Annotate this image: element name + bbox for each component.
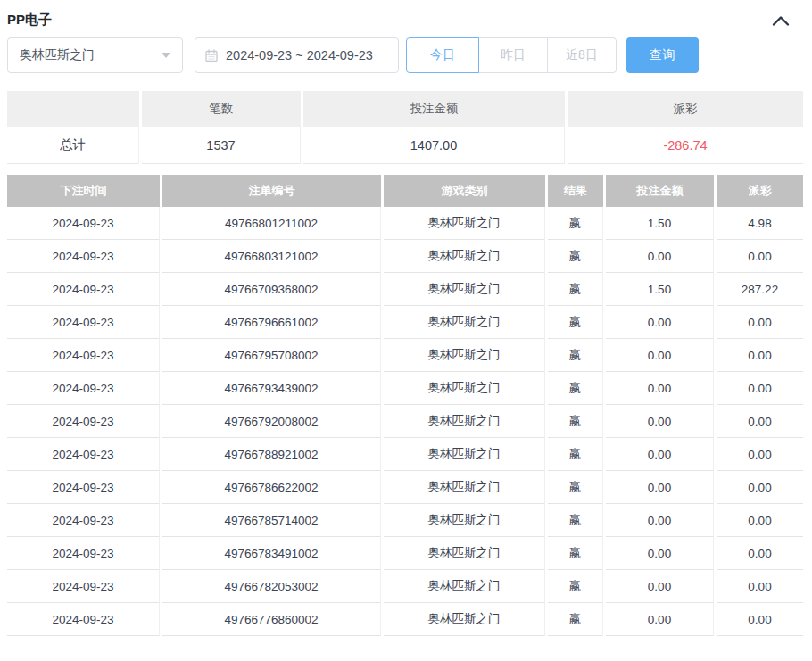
table-row: 2024-09-2349766796661002奥林匹斯之门赢0.000.00 <box>7 306 803 339</box>
cell-bet-id: 49766792008002 <box>162 405 381 438</box>
cell-payout: 0.00 <box>717 240 803 273</box>
header-bet-id: 注单编号 <box>162 175 381 207</box>
cell-bet-id: 49766786622002 <box>162 471 381 504</box>
cell-result: 赢 <box>548 207 603 240</box>
cell-game-type: 奥林匹斯之门 <box>384 471 545 504</box>
cell-payout: 0.00 <box>717 306 803 339</box>
cell-bet-id: 49766783491002 <box>162 537 381 570</box>
cell-game-type: 奥林匹斯之门 <box>384 570 545 603</box>
game-select[interactable]: 奥林匹斯之门 <box>7 37 183 73</box>
table-row: 2024-09-2349766786622002奥林匹斯之门赢0.000.00 <box>7 471 803 504</box>
header-payout: 派彩 <box>717 175 803 207</box>
cell-bet-time: 2024-09-23 <box>7 339 160 372</box>
cell-payout: 0.00 <box>717 438 803 471</box>
cell-result: 赢 <box>548 570 603 603</box>
cell-result: 赢 <box>548 372 603 405</box>
cell-result: 赢 <box>548 405 603 438</box>
cell-game-type: 奥林匹斯之门 <box>384 438 545 471</box>
table-row: 2024-09-2349766793439002奥林匹斯之门赢0.000.00 <box>7 372 803 405</box>
cell-bet-time: 2024-09-23 <box>7 405 160 438</box>
cell-result: 赢 <box>548 339 603 372</box>
cell-bet-amount: 0.00 <box>606 372 714 405</box>
cell-bet-id: 49766793439002 <box>162 372 381 405</box>
cell-bet-time: 2024-09-23 <box>7 471 160 504</box>
today-button[interactable]: 今日 <box>406 37 479 73</box>
cell-payout: 0.00 <box>717 405 803 438</box>
summary-total-label: 总计 <box>7 127 139 164</box>
collapse-panel-button[interactable] <box>767 10 794 31</box>
cell-bet-id: 49766782053002 <box>162 570 381 603</box>
table-row: 2024-09-2349766801211002奥林匹斯之门赢1.504.98 <box>7 207 803 240</box>
summary-total-payout: -286.74 <box>568 127 803 164</box>
last-8-days-button[interactable]: 近8日 <box>547 37 617 73</box>
cell-bet-id: 49766776860002 <box>162 603 381 636</box>
cell-bet-time: 2024-09-23 <box>7 537 160 570</box>
cell-result: 赢 <box>548 306 603 339</box>
cell-game-type: 奥林匹斯之门 <box>384 603 545 636</box>
query-button[interactable]: 查询 <box>626 37 699 73</box>
cell-payout: 0.00 <box>717 372 803 405</box>
bet-records-table: 下注时间 注单编号 游戏类别 结果 投注金额 派彩 2024-09-234976… <box>4 175 806 636</box>
cell-game-type: 奥林匹斯之门 <box>384 339 545 372</box>
cell-bet-time: 2024-09-23 <box>7 570 160 603</box>
cell-result: 赢 <box>548 273 603 306</box>
cell-payout: 0.00 <box>717 339 803 372</box>
filter-controls: 奥林匹斯之门 2024-09-23 ~ 2024-09-23 今日 昨日 近8日… <box>7 37 805 73</box>
cell-bet-id: 49766785714002 <box>162 504 381 537</box>
panel-header: PP电子 <box>7 0 805 30</box>
cell-game-type: 奥林匹斯之门 <box>384 306 545 339</box>
cell-game-type: 奥林匹斯之门 <box>384 405 545 438</box>
cell-result: 赢 <box>548 438 603 471</box>
table-row: 2024-09-2349766709368002奥林匹斯之门赢1.50287.2… <box>7 273 803 306</box>
page-title: PP电子 <box>7 12 52 29</box>
records-header-row: 下注时间 注单编号 游戏类别 结果 投注金额 派彩 <box>7 175 803 207</box>
cell-payout: 0.00 <box>717 471 803 504</box>
header-result: 结果 <box>548 175 603 207</box>
cell-result: 赢 <box>548 504 603 537</box>
summary-total-bet-amount: 1407.00 <box>303 127 565 164</box>
date-range-value: 2024-09-23 ~ 2024-09-23 <box>226 48 373 62</box>
cell-bet-id: 49766788921002 <box>162 438 381 471</box>
table-row: 2024-09-2349766776860002奥林匹斯之门赢0.000.00 <box>7 603 803 636</box>
header-bet-time: 下注时间 <box>7 175 160 207</box>
cell-result: 赢 <box>548 471 603 504</box>
cell-result: 赢 <box>548 603 603 636</box>
cell-result: 赢 <box>548 240 603 273</box>
date-range-picker[interactable]: 2024-09-23 ~ 2024-09-23 <box>195 37 399 73</box>
yesterday-button[interactable]: 昨日 <box>478 37 548 73</box>
cell-payout: 4.98 <box>717 207 803 240</box>
cell-bet-time: 2024-09-23 <box>7 372 160 405</box>
summary-header-payout: 派彩 <box>568 91 803 127</box>
pp-electronic-panel: PP电子 奥林匹斯之门 2024-09-23 ~ 2024-09-23 今 <box>0 0 812 636</box>
cell-game-type: 奥林匹斯之门 <box>384 537 545 570</box>
cell-game-type: 奥林匹斯之门 <box>384 240 545 273</box>
cell-bet-amount: 0.00 <box>606 471 714 504</box>
cell-bet-amount: 0.00 <box>606 438 714 471</box>
summary-header-row: 笔数 投注金额 派彩 <box>7 91 803 127</box>
cell-bet-id: 49766795708002 <box>162 339 381 372</box>
cell-bet-time: 2024-09-23 <box>7 504 160 537</box>
summary-total-count: 1537 <box>142 127 301 164</box>
cell-bet-amount: 0.00 <box>606 504 714 537</box>
cell-bet-id: 49766709368002 <box>162 273 381 306</box>
cell-game-type: 奥林匹斯之门 <box>384 372 545 405</box>
cell-payout: 287.22 <box>717 273 803 306</box>
game-select-value: 奥林匹斯之门 <box>20 47 95 63</box>
table-row: 2024-09-2349766792008002奥林匹斯之门赢0.000.00 <box>7 405 803 438</box>
cell-bet-amount: 0.00 <box>606 537 714 570</box>
cell-game-type: 奥林匹斯之门 <box>384 207 545 240</box>
summary-table: 笔数 投注金额 派彩 总计 1537 1407.00 -286.74 <box>4 91 806 164</box>
calendar-icon <box>204 48 219 62</box>
table-row: 2024-09-2349766803121002奥林匹斯之门赢0.000.00 <box>7 240 803 273</box>
summary-header-blank <box>7 91 139 127</box>
cell-payout: 0.00 <box>717 603 803 636</box>
header-bet-amount: 投注金额 <box>606 175 714 207</box>
summary-header-bet-amount: 投注金额 <box>303 91 565 127</box>
cell-bet-time: 2024-09-23 <box>7 240 160 273</box>
table-row: 2024-09-2349766782053002奥林匹斯之门赢0.000.00 <box>7 570 803 603</box>
quick-range-button-group: 今日 昨日 近8日 <box>406 37 617 73</box>
cell-bet-amount: 0.00 <box>606 339 714 372</box>
table-row: 2024-09-2349766783491002奥林匹斯之门赢0.000.00 <box>7 537 803 570</box>
cell-game-type: 奥林匹斯之门 <box>384 273 545 306</box>
chevron-up-icon <box>771 13 791 28</box>
